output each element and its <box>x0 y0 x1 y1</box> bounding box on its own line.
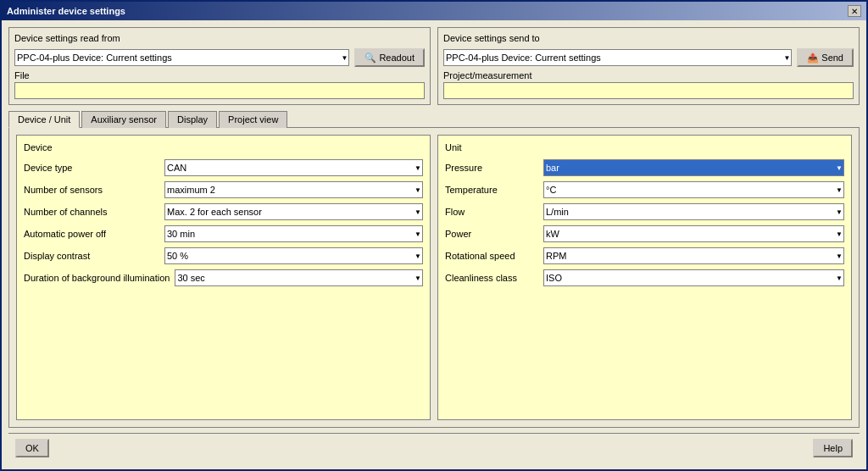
device-type-select[interactable]: CAN <box>164 159 423 176</box>
auto-power-off-label: Automatic power off <box>24 229 159 239</box>
num-channels-select[interactable]: Max. 2 for each sensor <box>164 203 423 220</box>
top-panels: Device settings read from PPC-04-plus De… <box>8 27 860 105</box>
bg-illumination-select-wrapper: 30 sec <box>175 269 423 286</box>
title-bar: Administer device settings ✕ <box>2 2 866 20</box>
file-label: File <box>14 70 425 80</box>
read-from-dropdown-wrapper: PPC-04-plus Device: Current settings <box>14 49 349 66</box>
cleanliness-class-row: Cleanliness class ISO <box>445 269 844 286</box>
tab-device-unit[interactable]: Device / Unit <box>8 111 80 128</box>
cleanliness-class-select-wrapper: ISO <box>543 269 844 286</box>
window-title: Administer device settings <box>7 6 125 16</box>
temperature-row: Temperature °C <box>445 181 844 198</box>
num-sensors-row: Number of sensors maximum 2 <box>24 181 423 198</box>
device-type-row: Device type CAN <box>24 159 423 176</box>
auto-power-off-select-wrapper: 30 min <box>164 225 423 242</box>
power-label: Power <box>445 229 538 239</box>
device-type-label: Device type <box>24 163 159 173</box>
file-input[interactable] <box>14 82 425 99</box>
temperature-select[interactable]: °C <box>543 181 844 198</box>
flow-row: Flow L/min <box>445 203 844 220</box>
readout-button[interactable]: 🔍 Readout <box>354 48 425 67</box>
bg-illumination-select[interactable]: 30 sec <box>175 269 423 286</box>
tab-auxiliary-sensor[interactable]: Auxiliary sensor <box>81 111 166 128</box>
rotational-speed-label: Rotational speed <box>445 251 538 261</box>
tabs-header: Device / Unit Auxiliary sensor Display P… <box>8 110 860 127</box>
send-to-dropdown[interactable]: PPC-04-plus Device: Current settings <box>443 49 792 66</box>
main-window: Administer device settings ✕ Device sett… <box>0 0 868 471</box>
read-from-row: PPC-04-plus Device: Current settings 🔍 R… <box>14 48 425 67</box>
device-section: Device Device type CAN Number of sensors <box>16 135 431 420</box>
num-channels-row: Number of channels Max. 2 for each senso… <box>24 203 423 220</box>
power-row: Power kW <box>445 225 844 242</box>
temperature-select-wrapper: °C <box>543 181 844 198</box>
window-content: Device settings read from PPC-04-plus De… <box>2 20 866 469</box>
temperature-label: Temperature <box>445 185 538 195</box>
pressure-label: Pressure <box>445 163 538 173</box>
display-contrast-select-wrapper: 50 % <box>164 247 423 264</box>
num-sensors-select-wrapper: maximum 2 <box>164 181 423 198</box>
send-to-panel: Device settings send to PPC-04-plus Devi… <box>437 27 860 105</box>
read-from-label: Device settings read from <box>14 33 425 43</box>
read-from-panel: Device settings read from PPC-04-plus De… <box>8 27 431 105</box>
num-sensors-label: Number of sensors <box>24 185 159 195</box>
cleanliness-class-label: Cleanliness class <box>445 273 538 283</box>
close-button[interactable]: ✕ <box>848 5 861 17</box>
display-contrast-select[interactable]: 50 % <box>164 247 423 264</box>
rotational-speed-select[interactable]: RPM <box>543 247 844 264</box>
bottom-bar: OK Help <box>8 433 860 463</box>
rotational-speed-row: Rotational speed RPM <box>445 247 844 264</box>
rotational-speed-select-wrapper: RPM <box>543 247 844 264</box>
project-label: Project/measurement <box>443 70 854 80</box>
num-channels-label: Number of channels <box>24 207 159 217</box>
unit-section: Unit Pressure bar Temperature <box>437 135 852 420</box>
pressure-select-wrapper: bar <box>543 159 844 176</box>
num-sensors-select[interactable]: maximum 2 <box>164 181 423 198</box>
power-select[interactable]: kW <box>543 225 844 242</box>
bg-illumination-label: Duration of background illumination <box>24 273 170 283</box>
pressure-row: Pressure bar <box>445 159 844 176</box>
unit-section-title: Unit <box>445 142 844 152</box>
cleanliness-class-select[interactable]: ISO <box>543 269 844 286</box>
send-to-dropdown-wrapper: PPC-04-plus Device: Current settings <box>443 49 792 66</box>
tabs-area: Device / Unit Auxiliary sensor Display P… <box>8 110 860 428</box>
power-select-wrapper: kW <box>543 225 844 242</box>
device-section-title: Device <box>24 142 423 152</box>
flow-select[interactable]: L/min <box>543 203 844 220</box>
readout-icon: 🔍 <box>364 53 376 64</box>
auto-power-off-select[interactable]: 30 min <box>164 225 423 242</box>
bg-illumination-row: Duration of background illumination 30 s… <box>24 269 423 286</box>
send-to-label: Device settings send to <box>443 33 854 43</box>
ok-button[interactable]: OK <box>15 439 49 457</box>
read-from-dropdown[interactable]: PPC-04-plus Device: Current settings <box>14 49 349 66</box>
pressure-select[interactable]: bar <box>543 159 844 176</box>
project-input[interactable] <box>443 82 854 99</box>
auto-power-off-row: Automatic power off 30 min <box>24 225 423 242</box>
flow-select-wrapper: L/min <box>543 203 844 220</box>
num-channels-select-wrapper: Max. 2 for each sensor <box>164 203 423 220</box>
tab-project-view[interactable]: Project view <box>219 111 287 128</box>
send-to-row: PPC-04-plus Device: Current settings 📤 S… <box>443 48 854 67</box>
send-icon: 📤 <box>807 53 819 64</box>
tab-display[interactable]: Display <box>168 111 217 128</box>
tab-content: Device Device type CAN Number of sensors <box>8 127 860 428</box>
send-button[interactable]: 📤 Send <box>797 48 854 67</box>
help-button[interactable]: Help <box>813 439 853 457</box>
device-type-select-wrapper: CAN <box>164 159 423 176</box>
display-contrast-label: Display contrast <box>24 251 159 261</box>
display-contrast-row: Display contrast 50 % <box>24 247 423 264</box>
flow-label: Flow <box>445 207 538 217</box>
